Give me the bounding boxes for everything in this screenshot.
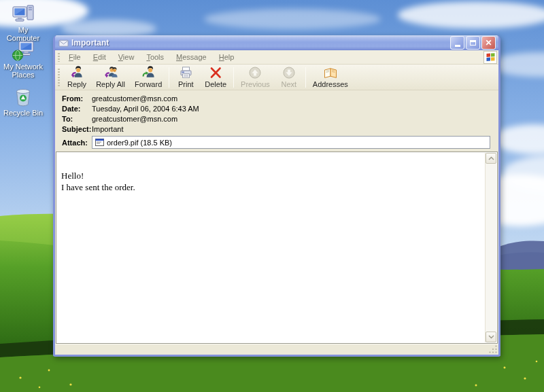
addresses-icon [323,66,338,79]
toolbar: Reply Reply All [55,65,498,90]
menu-item-tools[interactable]: Tools [140,52,170,63]
chevron-down-icon [488,335,494,339]
desktop: My Computer My Network Places Recycle Bi… [0,0,544,392]
window-title: Important [71,38,449,48]
windows-flag-logo [483,51,497,64]
forward-icon [141,66,156,79]
envelope-icon [58,38,69,48]
attachment-pif-icon [95,138,104,147]
message-body[interactable]: Hello! I have sent the order. [56,152,498,344]
status-bar [55,344,498,355]
from-value: greatcustomer@msn.com [92,94,177,104]
desktop-icon-recycle-bin[interactable]: Recycle Bin [1,87,45,117]
attach-label: Attach: [62,139,92,147]
delete-label: Delete [205,80,226,88]
menu-item-edit[interactable]: Edit [87,52,112,63]
message-header-pane: From: greatcustomer@msn.com Date: Tuesda… [55,90,498,152]
previous-button: Previous [236,65,275,90]
menu-grip[interactable] [58,53,60,62]
my-computer-icon [12,4,35,24]
menu-item-help[interactable]: Help [213,52,241,63]
recycle-bin-icon [12,87,35,107]
toolbar-separator [305,67,306,88]
reply-icon [69,66,84,79]
reply-button[interactable]: Reply [63,65,91,90]
header-row-to: To: greatcustomer@msn.com [62,114,490,124]
forward-label: Forward [135,80,162,88]
previous-icon [248,66,262,79]
addresses-button[interactable]: Addresses [308,65,353,90]
menu-bar: File Edit View Tools Message Help [55,50,498,65]
scroll-down-button[interactable] [486,332,496,342]
print-icon [179,66,193,79]
toolbar-separator [233,67,234,88]
scrollbar-track[interactable] [486,164,496,332]
print-label: Print [178,80,194,88]
titlebar[interactable]: Important ✕ [55,35,498,50]
to-value: greatcustomer@msn.com [92,114,177,124]
reply-all-button[interactable]: Reply All [91,65,130,90]
my-network-places-icon [12,41,35,61]
reply-all-icon [103,66,119,79]
date-value: Tuesday, April 06, 2004 6:43 AM [92,104,199,114]
attachment-name: order9.pif (18.5 KB) [107,139,172,147]
body-line-1: Hello! [61,170,481,181]
header-row-date: Date: Tuesday, April 06, 2004 6:43 AM [62,104,490,114]
scroll-up-button[interactable] [486,153,496,164]
email-window: Important ✕ File Edit View Tools Message… [53,35,500,357]
header-row-from: From: greatcustomer@msn.com [62,94,490,104]
resize-grip[interactable] [489,345,498,354]
attachment-field[interactable]: order9.pif (18.5 KB) [92,136,490,149]
next-button: Next [275,65,303,90]
next-label: Next [282,80,297,88]
chevron-up-icon [488,156,494,160]
minimize-button[interactable] [450,36,464,50]
desktop-icon-label: My Network Places [1,63,45,79]
minimize-icon [455,45,460,47]
previous-label: Previous [241,80,270,88]
menu-item-view[interactable]: View [112,52,141,63]
delete-button[interactable]: Delete [200,65,231,90]
menu-item-file[interactable]: File [63,52,87,63]
toolbar-separator [169,67,169,88]
desktop-icon-my-network-places[interactable]: My Network Places [1,41,45,79]
date-label: Date: [62,104,92,114]
maximize-icon [470,40,476,46]
subject-value: Important [92,124,123,135]
desktop-icon-my-computer[interactable]: My Computer [1,4,45,42]
menu-item-message[interactable]: Message [170,52,213,63]
next-icon [282,66,296,79]
toolbar-grip[interactable] [58,69,60,86]
subject-label: Subject: [62,124,92,135]
header-row-subject: Subject: Important [62,124,490,135]
header-row-attach: Attach: order9.pif (18.5 KB) [62,136,490,149]
delete-icon [209,66,222,79]
addresses-label: Addresses [313,80,348,88]
close-button[interactable]: ✕ [481,36,496,50]
desktop-icon-label: My Computer [1,26,45,42]
from-label: From: [62,94,92,104]
desktop-icon-label: Recycle Bin [1,109,45,117]
body-text: Hello! I have sent the order. [56,152,497,198]
reply-all-label: Reply All [96,80,125,88]
reply-label: Reply [67,80,86,88]
maximize-button[interactable] [466,36,480,50]
windows-flag-icon [486,53,495,62]
vertical-scrollbar[interactable] [485,153,496,342]
print-button[interactable]: Print [171,65,200,90]
forward-button[interactable]: Forward [130,65,167,90]
to-label: To: [62,114,92,124]
close-icon: ✕ [485,39,492,47]
body-line-2: I have sent the order. [61,181,481,193]
